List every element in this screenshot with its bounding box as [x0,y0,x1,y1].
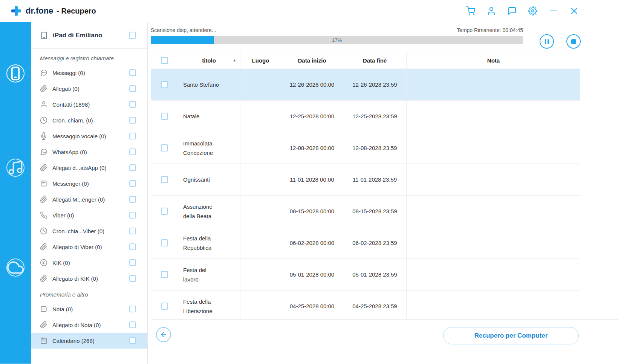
sidebar-item-messaggi-0[interactable]: Messaggi (0) [31,65,147,81]
cell-data-fine: 11-01-2028 23:59 [343,164,406,195]
sidebar-item-messenger-0[interactable]: Messenger (0) [31,176,147,191]
settings-icon[interactable] [528,6,537,15]
sidebar-item-viber-0[interactable]: Viber (0) [31,207,147,223]
sidebar-item-checkbox[interactable] [129,133,136,139]
row-checkbox[interactable] [161,113,168,120]
sidebar-item-whatsapp-0[interactable]: WhatsApp (0) [31,144,147,160]
table-row[interactable]: Festa della Repubblica06-02-2028 00:0006… [151,227,580,259]
cell-nota [406,69,580,100]
sidebar-item-checkbox[interactable] [129,148,136,155]
note-icon [40,305,47,313]
sidebar-item-checkbox[interactable] [129,243,136,250]
row-checkbox[interactable] [161,144,168,151]
cell-data-inizio: 11-01-2028 00:00 [281,164,343,195]
sidebar-item-label: Allegato di Nota (0) [52,322,101,328]
sidebar-item-contatti-1898[interactable]: Contatti (1898) [31,96,147,112]
sidebar-item-checkbox[interactable] [129,85,136,92]
cart-icon[interactable] [466,6,475,15]
nav-device-recovery[interactable] [6,64,24,83]
sidebar-item-label: Allegati (0) [52,86,80,92]
cell-luogo [240,227,281,258]
sort-asc-icon: ▲ [233,58,236,62]
row-checkbox[interactable] [161,208,168,215]
cell-data-inizio: 04-25-2028 00:00 [281,291,343,319]
paperclip-icon [40,164,47,171]
sidebar-item-messaggio-vocale-0[interactable]: Messaggio vocale (0) [31,128,147,144]
sidebar-item-checkbox[interactable] [129,117,136,124]
sidebar-item-label: KIK (0) [52,260,70,266]
sidebar-item-checkbox[interactable] [129,212,136,219]
paperclip-icon [40,85,47,92]
table-row[interactable]: Assunzione della Beata08-15-2028 00:0008… [151,196,580,227]
cell-luogo [240,164,281,195]
row-checkbox[interactable] [161,239,168,246]
sidebar-item-cron-chiam-0[interactable]: Cron. chiam. (0) [31,112,147,128]
cell-data-fine: 06-02-2028 23:59 [343,227,406,258]
chat-icon[interactable] [508,6,517,15]
close-icon[interactable] [570,6,579,15]
sidebar-item-cron-chia-viber-0[interactable]: Cron. chia...Viber (0) [31,223,147,239]
pause-icon [545,39,549,44]
cell-data-inizio: 08-15-2028 00:00 [281,196,343,227]
sidebar-item-nota-0[interactable]: Nota (0) [31,301,147,317]
row-check-cell [151,227,178,258]
row-checkbox[interactable] [161,176,168,183]
progress-bar: 17% [151,36,523,44]
sidebar-item-checkbox[interactable] [129,180,136,187]
sidebar-item-checkbox[interactable] [129,101,136,108]
account-icon[interactable] [487,6,496,15]
row-checkbox[interactable] [161,271,168,278]
sidebar-item-checkbox[interactable] [129,275,136,282]
column-header-data-inizio[interactable]: Data inizio [281,52,343,69]
stop-button[interactable] [566,34,581,49]
minimize-icon[interactable] [549,6,558,15]
cell-nota [406,291,580,319]
column-header-data-fine[interactable]: Data fine [343,52,406,69]
row-check-cell [151,291,178,319]
sidebar-item-allegati-m-enger-0[interactable]: Allegati M...enger (0) [31,191,147,207]
sidebar-item-checkbox[interactable] [129,306,136,312]
sidebar-item-allegato-di-nota-0[interactable]: Allegato di Nota (0) [31,317,147,333]
column-header-luogo[interactable]: Luogo [240,52,281,69]
row-checkbox[interactable] [161,81,168,88]
table-body: Santo Stefano12-26-2028 00:0012-26-2028 … [151,69,580,319]
row-check-cell [151,69,178,100]
tablet-icon [40,31,48,40]
sidebar-item-checkbox[interactable] [129,228,136,234]
table-row[interactable]: Festa del lavoro05-01-2028 00:0005-01-20… [151,259,580,291]
column-header-nota[interactable]: Nota [406,52,580,69]
sidebar-item-checkbox[interactable] [129,196,136,203]
sidebar-item-calendario-268[interactable]: Calendario (268) [31,333,147,349]
recover-button[interactable]: Recupero per Computer [443,327,579,344]
column-header-titolo[interactable]: titolo ▲ [178,52,240,69]
sidebar-item-checkbox[interactable] [129,69,136,76]
table-row[interactable]: Immacolata Concezione12-08-2028 00:0012-… [151,132,580,164]
row-check-cell [151,164,178,195]
table-row[interactable]: Santo Stefano12-26-2028 00:0012-26-2028 … [151,69,580,101]
cell-nota [406,132,580,164]
sidebar-item-label: Viber (0) [52,212,74,219]
sidebar-item-allegato-di-viber-0[interactable]: Allegato di Viber (0) [31,239,147,255]
nav-media-recovery[interactable] [6,159,24,177]
sidebar-item-checkbox[interactable] [129,337,136,344]
messenger-icon [40,180,47,187]
nav-cloud-recovery[interactable] [6,258,24,277]
table-row[interactable]: Natale12-25-2028 00:0012-25-2028 23:59 [151,101,580,132]
pause-button[interactable] [540,34,554,49]
sidebar-item-checkbox[interactable] [129,259,136,266]
sidebar-item-checkbox[interactable] [129,321,136,328]
sidebar-item-allegato-di-kik-0[interactable]: Allegato di KIK (0) [31,271,147,286]
sidebar-item-allegati-d-atsapp-0[interactable]: Allegati d...atsApp (0) [31,160,147,176]
music-icon [6,159,24,177]
table-row[interactable]: Festa della Liberazione04-25-2028 00:000… [151,291,580,319]
row-checkbox[interactable] [161,303,168,310]
select-all-checkbox[interactable] [161,57,168,64]
select-all-cell [151,52,178,69]
device-checkbox[interactable] [129,32,136,39]
back-button[interactable] [156,327,171,342]
sidebar-item-checkbox[interactable] [129,164,136,171]
table-row[interactable]: Ognissanti11-01-2028 00:0011-01-2028 23:… [151,164,580,196]
cell-data-inizio: 05-01-2028 00:00 [281,259,343,290]
sidebar-item-allegati-0[interactable]: Allegati (0) [31,81,147,96]
sidebar-item-kik-0[interactable]: KIK (0) [31,255,147,271]
